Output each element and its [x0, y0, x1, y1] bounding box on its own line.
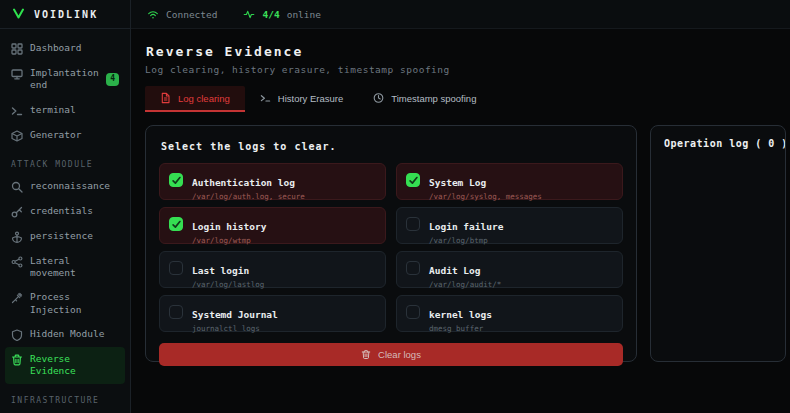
sidebar-item-label: Process Injection: [30, 291, 119, 316]
sidebar-item-label: credentials: [30, 205, 93, 217]
tab-label: Timestamp spoofing: [391, 93, 476, 104]
log-option-kernel-logs[interactable]: kernel logs dmesg buffer: [396, 295, 623, 332]
tab-log-clearing[interactable]: Log clearing: [145, 86, 245, 112]
log-option-systemd-journal[interactable]: Systemd Journal journalctl logs: [159, 295, 386, 332]
log-option-path: /var/log/auth.log, secure: [192, 192, 305, 201]
clock-icon: [373, 92, 384, 104]
sidebar-item-label: Reverse Evidence: [30, 353, 119, 378]
checkbox-unchecked[interactable]: [406, 217, 420, 231]
log-option-path: /var/log/btmp: [429, 236, 503, 245]
sidebar-item-label: terminal: [30, 104, 76, 116]
connection-label: Connected: [166, 9, 217, 20]
log-option-path: /var/log/audit/*: [429, 280, 501, 289]
sidebar-item-persistence[interactable]: persistence: [5, 224, 125, 249]
log-option-authentication-log[interactable]: Authentication log /var/log/auth.log, se…: [159, 163, 386, 200]
sidebar-item-implantation-end[interactable]: Implantation end 4: [5, 61, 125, 98]
sidebar-item-credentials[interactable]: credentials: [5, 199, 125, 224]
sidebar-nav: Dashboard Implantation end 4 terminal: [0, 29, 130, 148]
log-option-path: /var/log/lastlog: [192, 280, 264, 289]
trash-icon: [361, 349, 371, 360]
checkbox-checked[interactable]: [169, 173, 183, 187]
log-option-path: /var/log/wtmp: [192, 236, 266, 245]
wifi-icon: [147, 9, 159, 20]
agents-online-label: online: [287, 9, 321, 20]
activity-icon: [243, 9, 255, 20]
monitor-icon: [11, 68, 23, 80]
sidebar-item-reverse-evidence[interactable]: Reverse Evidence: [5, 347, 125, 384]
checkbox-checked[interactable]: [169, 217, 183, 231]
log-option-title: Systemd Journal: [192, 309, 278, 320]
connection-status: Connected: [147, 9, 217, 20]
sidebar-item-label: Dashboard: [30, 42, 81, 54]
sidebar-item-reconnaissance[interactable]: reconnaissance: [5, 174, 125, 199]
cube-icon: [11, 130, 23, 142]
sidebar-item-label: reconnaissance: [30, 180, 110, 192]
sidebar-header: VOIDLINK: [0, 0, 130, 29]
log-option-login-failure[interactable]: Login failure /var/log/btmp: [396, 207, 623, 244]
tab-label: History Erasure: [278, 93, 343, 104]
sidebar: VOIDLINK Dashboard Implantation end 4: [0, 0, 131, 413]
page-title: Reverse Evidence: [146, 44, 786, 59]
terminal-icon: [260, 92, 271, 104]
sidebar-item-generator[interactable]: Generator: [5, 123, 125, 148]
syringe-icon: [11, 292, 23, 304]
checkbox-unchecked[interactable]: [169, 305, 183, 319]
log-option-login-history[interactable]: Login history /var/log/wtmp: [159, 207, 386, 244]
log-option-title: Authentication log: [192, 177, 295, 188]
log-options-grid: Authentication log /var/log/auth.log, se…: [159, 163, 623, 332]
sidebar-item-label: Implantation end: [30, 67, 99, 92]
sidebar-item-process-injection[interactable]: Process Injection: [5, 285, 125, 322]
dashboard-grid-icon: [11, 43, 23, 55]
sidebar-item-lateral-movement[interactable]: Lateral movement: [5, 249, 125, 286]
voidlink-logo-icon: [12, 8, 25, 20]
sidebar-item-label: persistence: [30, 230, 93, 242]
infrastructure-section-label: INFRASTRUCTURE: [0, 384, 130, 410]
trash-icon: [11, 354, 23, 366]
log-option-audit-log[interactable]: Audit Log /var/log/audit/*: [396, 251, 623, 288]
file-icon: [160, 92, 171, 104]
operation-log-panel: Operation log ( 0 ): [650, 125, 786, 362]
log-option-path: dmesg buffer: [429, 324, 492, 333]
log-clearing-panel: Select the logs to clear. Authentication…: [145, 125, 637, 362]
page-content: Reverse Evidence Log clearing, history e…: [131, 29, 790, 413]
implant-count-badge: 4: [106, 73, 119, 85]
checkbox-unchecked[interactable]: [169, 261, 183, 275]
panels-row: Select the logs to clear. Authentication…: [145, 125, 786, 362]
attack-module-nav: reconnaissance credentials persistence L…: [0, 174, 130, 384]
checkbox-checked[interactable]: [406, 173, 420, 187]
page-subtitle: Log clearing, history erasure, timestamp…: [145, 64, 786, 75]
log-option-last-login[interactable]: Last login /var/log/lastlog: [159, 251, 386, 288]
clear-logs-button[interactable]: Clear logs: [159, 343, 623, 366]
tab-timestamp-spoofing[interactable]: Timestamp spoofing: [358, 86, 491, 112]
attack-module-section-label: ATTACK MODULE: [0, 148, 130, 174]
agents-count: 4/4: [262, 9, 279, 20]
log-option-title: Last login: [192, 265, 249, 276]
shield-icon: [11, 329, 23, 341]
anchor-icon: [11, 231, 23, 243]
sidebar-item-terminal[interactable]: terminal: [5, 98, 125, 123]
log-option-path: journalctl logs: [192, 324, 278, 333]
log-option-title: System Log: [429, 177, 486, 188]
agents-status: 4/4 online: [243, 9, 321, 20]
panel-heading: Select the logs to clear.: [161, 141, 623, 152]
tab-bar: Log clearing History Erasure Timestamp s…: [145, 86, 786, 112]
sidebar-item-dashboard[interactable]: Dashboard: [5, 36, 125, 61]
log-option-title: kernel logs: [429, 309, 492, 320]
log-option-system-log[interactable]: System Log /var/log/syslog, messages: [396, 163, 623, 200]
log-option-title: Login failure: [429, 221, 503, 232]
sidebar-item-hidden-module[interactable]: Hidden Module: [5, 322, 125, 347]
log-option-title: Login history: [192, 221, 266, 232]
share-icon: [11, 256, 23, 268]
sidebar-item-label: Lateral movement: [30, 255, 119, 280]
checkbox-unchecked[interactable]: [406, 261, 420, 275]
checkbox-unchecked[interactable]: [406, 305, 420, 319]
log-option-path: /var/log/syslog, messages: [429, 192, 542, 201]
topbar: Connected 4/4 online: [131, 0, 790, 29]
tab-history-erasure[interactable]: History Erasure: [245, 86, 358, 112]
brand-title: VOIDLINK: [34, 9, 98, 20]
sidebar-item-label: Hidden Module: [30, 328, 104, 340]
terminal-icon: [11, 105, 23, 117]
log-option-title: Audit Log: [429, 265, 480, 276]
main-area: Connected 4/4 online Reverse Evidence Lo…: [131, 0, 790, 413]
search-icon: [11, 181, 23, 193]
